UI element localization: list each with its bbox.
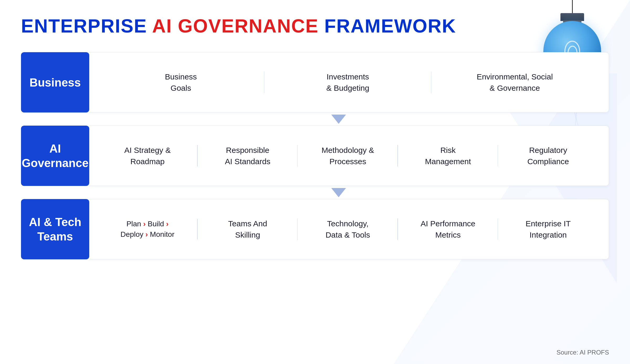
ai-governance-category: AIGovernance xyxy=(21,126,89,186)
ai-performance-metrics-cell: AI PerformanceMetrics xyxy=(398,214,498,245)
teams-skilling-cell: Teams AndSkilling xyxy=(198,214,298,245)
arrow-icon-1: › xyxy=(143,220,145,228)
esg-cell: Environmental, Social& Governance xyxy=(431,67,598,98)
technology-data-tools-cell: Technology,Data & Tools xyxy=(298,214,398,245)
responsible-ai-cell: ResponsibleAI Standards xyxy=(198,141,298,171)
business-items: BusinessGoals Investments& Budgeting Env… xyxy=(87,52,609,113)
connector-arrow-2 xyxy=(68,186,609,199)
ai-governance-row: AIGovernance AI Strategy &Roadmap Respon… xyxy=(21,126,609,186)
plan-build-cell: Plan › Build ›Deploy › Monitor xyxy=(97,215,198,244)
arrow-icon-2: › xyxy=(166,220,169,228)
investments-budgeting-cell: Investments& Budgeting xyxy=(264,67,431,98)
title-part1: ENTERPRISE xyxy=(21,15,152,36)
enterprise-it-integration-cell: Enterprise ITIntegration xyxy=(498,214,598,245)
bulb-wire xyxy=(572,0,573,13)
business-goals-cell: BusinessGoals xyxy=(97,67,264,98)
main-title: ENTERPRISE AI GOVERNANCE FRAMEWORK xyxy=(21,16,609,36)
source-text: Source: AI PROFS xyxy=(556,349,609,356)
bulb-base xyxy=(560,13,584,21)
arrow-down-1 xyxy=(331,115,346,124)
framework-rows: Business BusinessGoals Investments& Budg… xyxy=(21,52,609,259)
business-category: Business xyxy=(21,52,89,113)
title-part3: FRAMEWORK xyxy=(318,15,456,36)
page-container: ENTERPRISE AI GOVERNANCE FRAMEWORK Busin… xyxy=(0,0,630,364)
regulatory-compliance-cell: RegulatoryCompliance xyxy=(498,141,598,171)
methodology-cell: Methodology &Processes xyxy=(298,141,398,171)
ai-tech-teams-items: Plan › Build ›Deploy › Monitor Teams And… xyxy=(87,199,609,259)
ai-tech-teams-row: AI & TechTeams Plan › Build ›Deploy › Mo… xyxy=(21,199,609,259)
risk-management-cell: RiskManagement xyxy=(398,141,498,171)
title-area: ENTERPRISE AI GOVERNANCE FRAMEWORK xyxy=(21,16,609,36)
arrow-icon-3: › xyxy=(145,230,148,238)
business-row: Business BusinessGoals Investments& Budg… xyxy=(21,52,609,113)
ai-tech-teams-category: AI & TechTeams xyxy=(21,199,89,259)
connector-arrow-1 xyxy=(68,113,609,126)
ai-governance-items: AI Strategy &Roadmap ResponsibleAI Stand… xyxy=(87,126,609,186)
ai-strategy-cell: AI Strategy &Roadmap xyxy=(97,141,198,171)
arrow-down-2 xyxy=(331,188,346,197)
title-part2: AI GOVERNANCE xyxy=(152,15,318,36)
